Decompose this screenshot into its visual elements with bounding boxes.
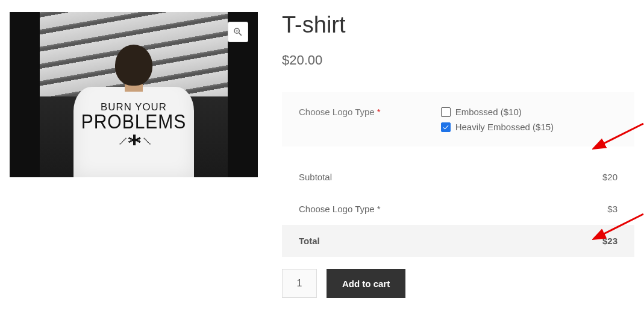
total-label: Total bbox=[299, 236, 320, 246]
option-cost-row: Choose Logo Type * $3 bbox=[282, 193, 634, 225]
option-cost-label: Choose Logo Type * bbox=[299, 204, 381, 214]
option-choices: Embossed ($10) Heavily Embossed ($15) bbox=[441, 107, 554, 132]
choice-label: Heavily Embossed ($15) bbox=[455, 122, 554, 132]
add-to-cart-button[interactable]: Add to cart bbox=[327, 269, 405, 298]
product-image[interactable]: BURN YOUR PROBLEMS ⟋ ✱ ⟍ bbox=[10, 12, 258, 177]
product-title: T-shirt bbox=[282, 12, 634, 38]
product-gallery: BURN YOUR PROBLEMS ⟋ ✱ ⟍ bbox=[10, 12, 258, 298]
zoom-in-icon[interactable] bbox=[228, 22, 248, 42]
subtotal-label: Subtotal bbox=[299, 172, 332, 182]
subtotal-value: $20 bbox=[602, 172, 617, 182]
option-label: Choose Logo Type * bbox=[299, 107, 381, 132]
add-to-cart-row: Add to cart bbox=[282, 269, 634, 298]
checkbox-embossed[interactable] bbox=[441, 107, 451, 117]
option-cost-value: $3 bbox=[607, 204, 617, 214]
shirt-print-line2: PROBLEMS bbox=[73, 112, 194, 132]
required-mark: * bbox=[377, 107, 381, 117]
option-label-text: Choose Logo Type bbox=[299, 107, 375, 117]
product-price: $20.00 bbox=[282, 52, 634, 68]
checkbox-heavily-embossed[interactable] bbox=[441, 122, 451, 132]
logo-type-option: Choose Logo Type * Embossed ($10) Heavil… bbox=[282, 92, 634, 147]
choice-heavily-embossed[interactable]: Heavily Embossed ($15) bbox=[441, 122, 554, 132]
total-value: $23 bbox=[602, 236, 617, 246]
choice-embossed[interactable]: Embossed ($10) bbox=[441, 107, 554, 117]
subtotal-row: Subtotal $20 bbox=[282, 161, 634, 193]
product-summary: T-shirt $20.00 Choose Logo Type * Emboss… bbox=[282, 12, 634, 298]
total-row: Total $23 bbox=[282, 225, 634, 257]
product-page: BURN YOUR PROBLEMS ⟋ ✱ ⟍ T-shirt $20.00 … bbox=[10, 12, 634, 298]
quantity-input[interactable] bbox=[282, 269, 317, 298]
choice-label: Embossed ($10) bbox=[455, 107, 522, 117]
price-breakdown: Subtotal $20 Choose Logo Type * $3 Total… bbox=[282, 161, 634, 257]
shirt-graphic: ⟋ ✱ ⟍ bbox=[73, 133, 194, 149]
